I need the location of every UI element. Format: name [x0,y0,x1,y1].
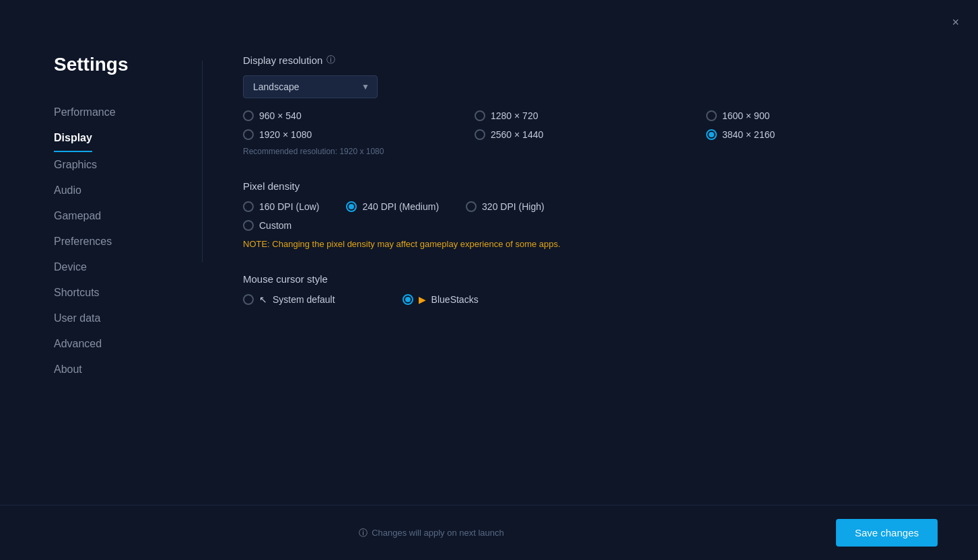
resolution-dropdown-wrapper: Landscape Portrait ▼ [243,75,378,98]
sidebar-item-user-data[interactable]: User data [54,306,202,331]
main-content: Display resolution ⓘ Landscape Portrait … [203,54,978,560]
resolution-options: 960 × 5401280 × 7201600 × 9001920 × 1080… [243,110,938,140]
sidebar-item-audio[interactable]: Audio [54,178,202,203]
pixel-density-note: NOTE: Changing the pixel density may aff… [243,239,938,249]
settings-container: Settings PerformanceDisplayGraphicsAudio… [0,0,978,560]
pixel-density-options: 160 DPI (Low)240 DPI (Medium)320 DPI (Hi… [243,201,938,212]
resolution-dropdown[interactable]: Landscape Portrait [243,75,378,98]
sidebar: Settings PerformanceDisplayGraphicsAudio… [0,54,202,560]
resolution-option-960x540[interactable]: 960 × 540 [243,110,475,121]
cursor-option-system[interactable]: ↖System default [243,294,335,305]
footer: ⓘ Changes will apply on next launch Save… [0,505,978,560]
pixel-density-option-custom[interactable]: Custom [243,220,291,231]
resolution-option-3840x2160[interactable]: 3840 × 2160 [706,129,938,140]
bluestacks-cursor-icon: ▶ [419,294,426,305]
close-button[interactable]: × [946,13,965,31]
mouse-cursor-title: Mouse cursor style [243,273,938,285]
resolution-option-2560x1440[interactable]: 2560 × 1440 [475,129,706,140]
resolution-option-1600x900[interactable]: 1600 × 900 [706,110,938,121]
sidebar-item-preferences[interactable]: Preferences [54,229,202,254]
sidebar-item-performance[interactable]: Performance [54,100,202,125]
sidebar-item-shortcuts[interactable]: Shortcuts [54,280,202,306]
sidebar-item-about[interactable]: About [54,357,202,382]
sidebar-item-display[interactable]: Display [54,125,92,152]
recommended-resolution-text: Recommended resolution: 1920 x 1080 [243,147,938,156]
resolution-option-1920x1080[interactable]: 1920 × 1080 [243,129,475,140]
pixel-density-option-240[interactable]: 240 DPI (Medium) [346,201,439,212]
sidebar-item-gamepad[interactable]: Gamepad [54,203,202,229]
info-icon: ⓘ [326,54,335,66]
sidebar-item-advanced[interactable]: Advanced [54,331,202,357]
pixel-density-section: Pixel density 160 DPI (Low)240 DPI (Medi… [243,180,938,249]
sidebar-item-graphics[interactable]: Graphics [54,152,202,178]
pixel-density-option-160[interactable]: 160 DPI (Low) [243,201,319,212]
pixel-density-option-320[interactable]: 320 DPI (High) [466,201,545,212]
cursor-option-bluestacks[interactable]: ▶BlueStacks [403,294,479,305]
pixel-density-title: Pixel density [243,180,938,192]
mouse-cursor-section: Mouse cursor style ↖System default▶BlueS… [243,273,938,305]
settings-title: Settings [54,54,202,75]
mouse-cursor-options: ↖System default▶BlueStacks [243,294,938,305]
display-resolution-title: Display resolution ⓘ [243,54,938,66]
save-changes-button[interactable]: Save changes [836,519,938,547]
footer-info-icon: ⓘ [359,527,368,539]
display-resolution-section: Display resolution ⓘ Landscape Portrait … [243,54,938,156]
sidebar-item-device[interactable]: Device [54,254,202,280]
pixel-density-custom-row: Custom [243,220,938,231]
system-cursor-icon: ↖ [259,294,267,305]
footer-note: ⓘ Changes will apply on next launch [40,527,823,539]
resolution-option-1280x720[interactable]: 1280 × 720 [475,110,706,121]
